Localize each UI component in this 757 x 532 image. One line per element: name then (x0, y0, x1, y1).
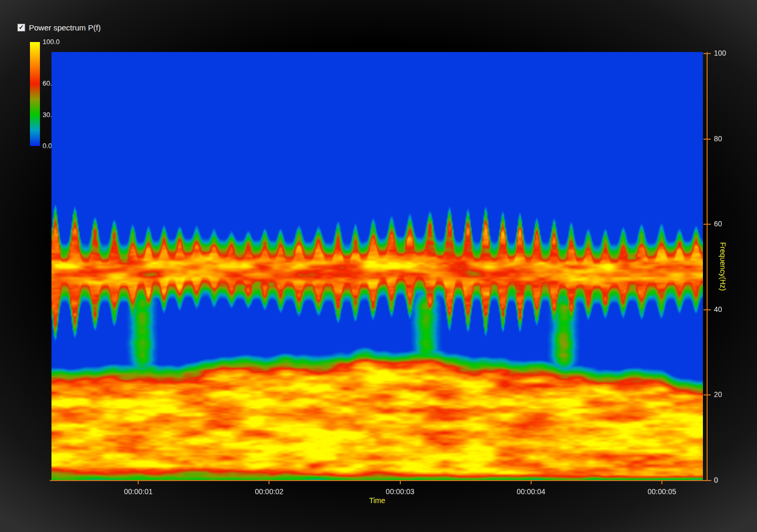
y-axis-title: Frequency(Hz) (718, 52, 728, 481)
y-tick-label: 80 (714, 134, 735, 143)
x-tick-label: 00:00:05 (638, 487, 686, 496)
x-tick-label: 00:00:04 (507, 487, 555, 496)
x-axis-title: Time (51, 496, 703, 505)
legend-label: Power spectrum P(f) (29, 23, 101, 32)
y-tick (703, 309, 711, 310)
x-tick (268, 481, 269, 484)
colorbar-tick-label: 100.0 (43, 37, 74, 47)
x-tick (400, 481, 401, 484)
power-spectrum-checkbox[interactable]: ✓ (17, 24, 25, 32)
power-spectrum-window: ✓ Power spectrum P(f) 100.0 60.0 30.0 0.… (0, 0, 757, 532)
legend: ✓ Power spectrum P(f) (17, 23, 101, 32)
y-tick-label: 20 (714, 390, 735, 399)
y-tick-label: 60 (714, 220, 735, 228)
spectrogram-plot[interactable] (51, 52, 703, 481)
y-tick (703, 53, 711, 54)
colorbar-gradient (30, 42, 40, 146)
y-tick-label: 40 (714, 305, 735, 314)
y-tick-label: 0 (714, 476, 735, 484)
y-tick (703, 394, 711, 395)
y-tick (703, 139, 711, 140)
y-tick (703, 480, 711, 481)
x-tick-label: 00:00:02 (245, 487, 293, 496)
x-tick (531, 481, 532, 484)
x-tick-label: 00:00:03 (377, 487, 424, 496)
x-axis-line (50, 480, 711, 481)
x-tick (138, 481, 139, 484)
y-tick-label: 100 (714, 49, 735, 57)
y-axis-line (707, 52, 708, 481)
y-tick (703, 224, 711, 225)
x-tick-label: 00:00:01 (115, 487, 162, 496)
x-tick (661, 481, 662, 484)
